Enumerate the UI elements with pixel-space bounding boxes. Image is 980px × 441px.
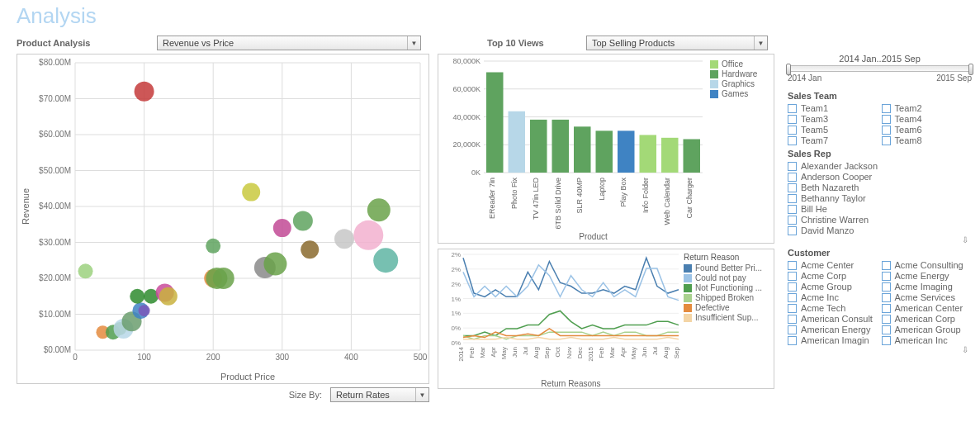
- filter-item-customer[interactable]: American Corp: [882, 314, 972, 324]
- filter-item-customer[interactable]: American Consult: [788, 314, 878, 324]
- svg-text:Product: Product: [579, 232, 608, 241]
- scatter-chart[interactable]: $0.00M$10.00M$20.00M$30.00M$40.00M$50.00…: [17, 54, 429, 384]
- line-legend: Found Better Pri...Could not payNot Func…: [684, 263, 771, 322]
- legend-item: Defective: [684, 303, 771, 312]
- svg-text:Car Charger: Car Charger: [685, 178, 694, 219]
- checkbox-icon[interactable]: [882, 272, 891, 281]
- line-chart[interactable]: 0%0%1%1%2%2%2%2014FebMarAprMayJunJulAugS…: [438, 249, 774, 389]
- filter-item-customer[interactable]: Acme Imaging: [882, 282, 972, 292]
- filter-item-customer[interactable]: Acme Corp: [788, 271, 878, 281]
- top10-dropdown[interactable]: Top Selling Products▼: [586, 36, 768, 50]
- svg-rect-71: [509, 111, 526, 173]
- svg-text:Web Calendar: Web Calendar: [663, 178, 671, 225]
- checkbox-icon[interactable]: [882, 115, 891, 124]
- svg-point-50: [273, 219, 291, 237]
- checkbox-icon[interactable]: [788, 226, 797, 235]
- filter-item-customer[interactable]: Acme Group: [788, 282, 878, 292]
- svg-text:EReader 7in: EReader 7in: [488, 178, 496, 219]
- top10-label: Top 10 Views: [487, 38, 578, 48]
- filter-item-rep[interactable]: Alexander Jackson: [788, 161, 972, 171]
- checkbox-icon[interactable]: [788, 304, 797, 313]
- filter-item-rep[interactable]: Beth Nazareth: [788, 183, 972, 192]
- checkbox-icon[interactable]: [882, 104, 891, 113]
- checkbox-icon[interactable]: [788, 293, 797, 302]
- svg-text:1%: 1%: [451, 296, 461, 303]
- svg-rect-73: [530, 120, 547, 173]
- checkbox-icon[interactable]: [788, 126, 797, 135]
- svg-text:Product Price: Product Price: [220, 372, 275, 382]
- checkbox-icon[interactable]: [882, 282, 891, 292]
- checkbox-icon[interactable]: [788, 162, 797, 171]
- filter-item-team[interactable]: Team7: [788, 135, 878, 145]
- filter-item-rep[interactable]: Christine Warren: [788, 215, 972, 225]
- checkbox-icon[interactable]: [882, 304, 891, 313]
- filter-item-team[interactable]: Team1: [788, 103, 878, 113]
- filter-item-team[interactable]: Team8: [882, 135, 972, 145]
- filter-item-customer[interactable]: American Imagin: [788, 335, 878, 345]
- filter-item-team[interactable]: Team2: [882, 103, 972, 113]
- checkbox-icon[interactable]: [788, 173, 797, 182]
- svg-text:60,000K: 60,000K: [452, 85, 481, 93]
- svg-text:$30.00M: $30.00M: [39, 238, 71, 247]
- checkbox-icon[interactable]: [788, 115, 797, 124]
- checkbox-icon[interactable]: [788, 183, 797, 192]
- filter-item-team[interactable]: Team3: [788, 114, 878, 124]
- checkbox-icon[interactable]: [882, 315, 891, 324]
- checkbox-icon[interactable]: [788, 216, 797, 225]
- svg-point-37: [135, 82, 154, 102]
- filter-label: American Corp: [895, 314, 955, 324]
- svg-point-46: [206, 268, 227, 289]
- svg-text:0%: 0%: [451, 325, 461, 332]
- slider-thumb-end[interactable]: [968, 64, 973, 75]
- filter-item-customer[interactable]: American Energy: [788, 325, 878, 334]
- svg-point-55: [367, 198, 391, 221]
- svg-text:2%: 2%: [451, 266, 461, 273]
- checkbox-icon[interactable]: [788, 261, 797, 270]
- bar-chart[interactable]: 0K20,000K40,000K60,000K80,000KEReader 7i…: [438, 54, 774, 244]
- filter-label: American Group: [895, 325, 961, 334]
- filter-item-customer[interactable]: Acme Tech: [788, 303, 878, 313]
- filter-item-customer[interactable]: Acme Consulting: [882, 260, 972, 270]
- checkbox-icon[interactable]: [788, 315, 797, 324]
- filter-item-customer[interactable]: Acme Energy: [882, 271, 972, 281]
- filter-item-rep[interactable]: David Manzo: [788, 225, 972, 235]
- checkbox-icon[interactable]: [788, 136, 797, 145]
- scroll-down-icon[interactable]: ⇩: [788, 345, 972, 354]
- svg-rect-85: [661, 138, 679, 173]
- checkbox-icon[interactable]: [788, 272, 797, 281]
- filter-item-customer[interactable]: Acme Center: [788, 260, 878, 270]
- filter-item-customer[interactable]: Acme Inc: [788, 292, 878, 302]
- filter-item-customer[interactable]: American Center: [882, 303, 972, 313]
- filter-label: Team6: [895, 125, 922, 135]
- scroll-down-icon[interactable]: ⇩: [788, 235, 972, 244]
- filter-item-team[interactable]: Team6: [882, 125, 972, 135]
- filter-head-salesrep: Sales Rep: [788, 149, 972, 159]
- checkbox-icon[interactable]: [882, 136, 891, 145]
- filter-item-rep[interactable]: Anderson Cooper: [788, 172, 972, 182]
- svg-text:Play Box: Play Box: [619, 178, 627, 207]
- checkbox-icon[interactable]: [882, 293, 891, 302]
- checkbox-icon[interactable]: [788, 336, 797, 345]
- slider-thumb-start[interactable]: [786, 64, 791, 75]
- filter-item-rep[interactable]: Bethanny Taylor: [788, 193, 972, 203]
- sizeby-dropdown[interactable]: Return Rates▼: [330, 387, 429, 402]
- svg-text:Dec: Dec: [576, 347, 584, 358]
- filter-item-rep[interactable]: Bill He: [788, 204, 972, 214]
- filter-item-team[interactable]: Team4: [882, 114, 972, 124]
- checkbox-icon[interactable]: [788, 194, 797, 203]
- filter-item-team[interactable]: Team5: [788, 125, 878, 135]
- filter-item-customer[interactable]: Acme Services: [882, 292, 972, 302]
- checkbox-icon[interactable]: [882, 261, 891, 270]
- svg-text:$20.00M: $20.00M: [39, 273, 71, 282]
- checkbox-icon[interactable]: [882, 126, 891, 135]
- checkbox-icon[interactable]: [788, 282, 797, 292]
- checkbox-icon[interactable]: [882, 336, 891, 345]
- filter-item-customer[interactable]: American Group: [882, 325, 972, 334]
- checkbox-icon[interactable]: [788, 104, 797, 113]
- filter-item-customer[interactable]: American Inc: [882, 335, 972, 345]
- checkbox-icon[interactable]: [882, 325, 891, 334]
- product-analysis-dropdown[interactable]: Revenue vs Price▼: [157, 36, 421, 50]
- checkbox-icon[interactable]: [788, 205, 797, 214]
- time-slider[interactable]: 2014 Jan..2015 Sep 2014 Jan 2015 Sep: [788, 54, 972, 83]
- checkbox-icon[interactable]: [788, 325, 797, 334]
